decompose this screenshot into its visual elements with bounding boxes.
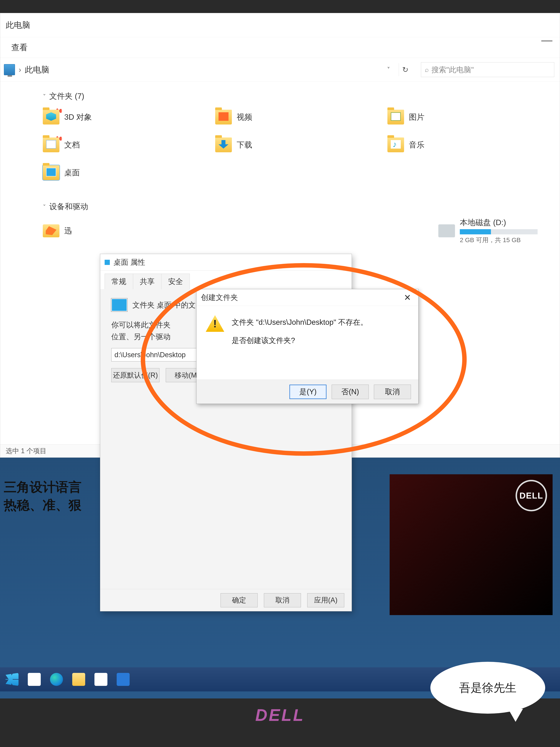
dialog-tabs: 常规 共享 安全	[100, 271, 352, 289]
folder-icon	[388, 137, 404, 152]
messagebox-line1: 文件夹 "d:\Users\John\Desktop" 不存在。	[232, 315, 368, 329]
drive-xunlei[interactable]: 迅	[43, 217, 72, 244]
address-bar: › 此电脑 ˅ ↻ ⌕ 搜索"此电脑"	[0, 58, 560, 82]
drive-icon	[43, 224, 59, 237]
tab-general[interactable]: 常规	[105, 274, 133, 289]
dialog-title: 桌面 属性	[113, 257, 145, 267]
background-text-line2: 热稳、准、狠	[4, 496, 81, 514]
ribbon-tabs: 查看	[0, 37, 560, 58]
task-view-icon[interactable]	[28, 673, 41, 686]
folder-icon	[43, 137, 59, 152]
search-placeholder: 搜索"此电脑"	[431, 65, 474, 75]
chevron-down-icon: ˅	[43, 94, 46, 99]
create-folder-messagebox: 创建文件夹 ✕ 文件夹 "d:\Users\John\Desktop" 不存在。…	[196, 289, 419, 404]
store-icon[interactable]	[95, 673, 107, 686]
chevron-down-icon: ˅	[43, 204, 46, 209]
tab-share[interactable]: 共享	[133, 274, 161, 289]
refresh-button[interactable]: ↻	[399, 63, 412, 76]
warning-icon	[206, 315, 224, 332]
disk-icon	[438, 224, 455, 237]
group-devices-header[interactable]: ˅ 设备和驱动	[43, 201, 549, 212]
tab-security[interactable]: 安全	[161, 274, 190, 289]
group-devices-label: 设备和驱动	[49, 201, 88, 212]
minimize-button[interactable]: —	[541, 33, 553, 46]
folder-label: 下载	[237, 140, 252, 150]
background-text-line1: 三角设计语言	[4, 478, 81, 496]
search-icon: ⌕	[425, 66, 429, 74]
dell-badge-icon: DELL	[515, 480, 547, 511]
folder-3d-objects[interactable]: 3D 对象	[43, 107, 204, 127]
drive-local-d[interactable]: 本地磁盘 (D:) 2 GB 可用，共 15 GB	[438, 217, 538, 244]
tab-view[interactable]: 查看	[11, 42, 28, 53]
start-button[interactable]	[5, 673, 19, 686]
folder-music[interactable]: 音乐	[388, 135, 549, 155]
folder-downloads[interactable]: 下载	[215, 135, 376, 155]
folder-documents[interactable]: 文档	[43, 135, 204, 155]
ok-button[interactable]: 确定	[220, 593, 258, 607]
close-icon[interactable]: ✕	[401, 292, 414, 303]
folder-icon	[215, 110, 232, 125]
folder-desktop[interactable]: 桌面	[43, 162, 204, 183]
no-button[interactable]: 否(N)	[332, 385, 369, 399]
address-dropdown-icon[interactable]: ˅	[382, 63, 395, 76]
desktop-small-icon	[105, 260, 110, 265]
status-text: 选中 1 个项目	[6, 446, 47, 456]
disk-usage-bar	[460, 229, 538, 234]
edge-icon[interactable]	[50, 673, 63, 686]
monitor-brand-logo: DELL	[256, 706, 305, 725]
dialog-titlebar[interactable]: 桌面 属性	[100, 254, 352, 271]
path-value: d:\Users\John\Desktop	[114, 351, 186, 359]
window-title: 此电脑	[0, 13, 560, 37]
desktop-icon	[111, 299, 127, 311]
cancel-button[interactable]: 取消	[264, 593, 301, 607]
mail-icon[interactable]	[117, 673, 130, 686]
title-text: 此电脑	[6, 20, 30, 31]
folder-pictures[interactable]: 图片	[388, 107, 549, 127]
disk-free-text: 2 GB 可用，共 15 GB	[460, 236, 538, 244]
folder-label: 音乐	[409, 140, 424, 150]
messagebox-title: 创建文件夹	[201, 292, 238, 303]
folder-videos[interactable]: 视频	[215, 107, 376, 127]
folder-label: 图片	[409, 112, 424, 122]
breadcrumb-separator-icon: ›	[19, 66, 21, 74]
apply-button[interactable]: 应用(A)	[307, 593, 344, 607]
breadcrumb[interactable]: 此电脑	[25, 64, 49, 75]
folder-icon	[43, 165, 59, 180]
folder-label: 3D 对象	[64, 112, 92, 122]
group-folders-label: 文件夹 (7)	[49, 91, 84, 101]
folder-label: 桌面	[64, 168, 80, 178]
properties-row-label: 文件夹 桌面 中的文	[132, 300, 196, 310]
messagebox-titlebar[interactable]: 创建文件夹 ✕	[196, 289, 418, 306]
cancel-button[interactable]: 取消	[374, 385, 411, 399]
group-folders-header[interactable]: ˅ 文件夹 (7)	[43, 91, 549, 101]
yes-button[interactable]: 是(Y)	[289, 385, 326, 399]
search-input[interactable]: ⌕ 搜索"此电脑"	[421, 62, 554, 77]
folder-icon	[388, 110, 404, 125]
folder-label: 文档	[64, 140, 80, 150]
messagebox-line2: 是否创建该文件夹?	[232, 333, 368, 347]
messagebox-text: 文件夹 "d:\Users\John\Desktop" 不存在。 是否创建该文件…	[232, 315, 368, 347]
bubble-text: 吾是徐先生	[459, 680, 516, 695]
this-pc-icon	[4, 64, 15, 75]
folder-icon	[43, 110, 59, 125]
restore-default-button[interactable]: 还原默认值(R)	[111, 368, 159, 382]
watermark-speech-bubble: 吾是徐先生	[430, 662, 545, 714]
background-product-image: DELL	[390, 474, 553, 615]
disk-label: 本地磁盘 (D:)	[460, 217, 538, 228]
folder-label: 视频	[237, 112, 252, 122]
explorer-taskbar-icon[interactable]	[72, 673, 85, 686]
drive-label: 迅	[64, 226, 72, 236]
folder-icon	[215, 137, 232, 152]
